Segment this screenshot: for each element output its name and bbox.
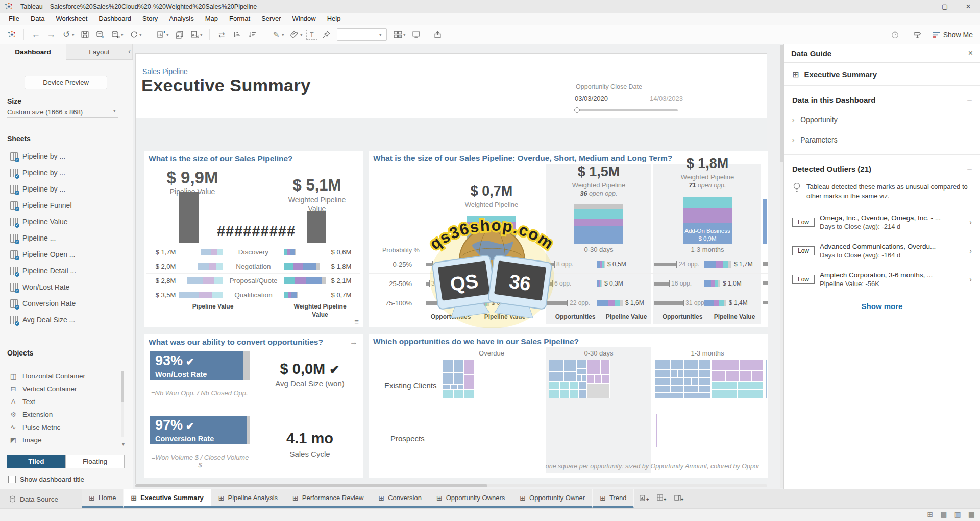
- pipeline-bar[interactable]: [198, 263, 223, 270]
- funnel-row[interactable]: $ 2,0M Negotiation $ 1,8M: [146, 259, 360, 274]
- clear-sheet-icon[interactable]: [188, 29, 201, 41]
- opportunities-bar[interactable]: [547, 301, 568, 305]
- tab-executive-summary[interactable]: ⊞Executive Summary: [124, 489, 211, 509]
- treemap-existing-overdue[interactable]: [443, 360, 474, 398]
- new-worksheet-caret-icon[interactable]: ▾: [166, 32, 172, 37]
- sort-ascending-icon[interactable]: [230, 29, 243, 41]
- data-item-opportunity[interactable]: › Opportunity: [784, 109, 980, 130]
- show-more-link[interactable]: Show more: [784, 302, 980, 311]
- duplicate-sheet-icon[interactable]: [173, 29, 186, 41]
- close-panel-icon[interactable]: ×: [968, 49, 973, 58]
- sheet-item[interactable]: Avg Deal Size ...: [0, 312, 133, 328]
- menu-analysis[interactable]: Analysis: [163, 13, 199, 25]
- opportunities-bar[interactable]: [654, 263, 677, 266]
- swap-rows-columns-icon[interactable]: ⇄: [215, 29, 228, 41]
- object-vertical-container[interactable]: ⊟Vertical Container: [0, 383, 133, 395]
- presentation-mode-icon[interactable]: [409, 29, 423, 41]
- redo-icon[interactable]: →: [44, 29, 58, 41]
- probability-row[interactable]: 75-100% 13 opp. $ 0,8M 22 opp. $ 1,6M 31…: [369, 293, 768, 313]
- object-horizontal-container[interactable]: ◫Horizontal Container: [0, 370, 133, 383]
- opportunities-bar[interactable]: [426, 282, 429, 286]
- opportunities-bar[interactable]: [654, 282, 669, 286]
- minimize-button[interactable]: —: [910, 0, 933, 13]
- close-button[interactable]: ×: [957, 0, 980, 13]
- tab-conversion[interactable]: ⊞Conversion: [371, 489, 429, 509]
- tiled-button[interactable]: Tiled: [7, 455, 65, 468]
- slider-handle[interactable]: [574, 107, 580, 113]
- chart-pipeline-term[interactable]: What is the size of our Sales Pipeline: …: [369, 151, 768, 327]
- object-pulse-metric[interactable]: ∿Pulse Metric: [0, 421, 133, 434]
- new-story-button[interactable]: +: [669, 489, 686, 509]
- sheet-item[interactable]: Pipeline ...: [0, 230, 133, 246]
- share-icon[interactable]: [431, 29, 444, 41]
- chevron-right-icon[interactable]: ›: [969, 275, 975, 283]
- data-guide-dashboard-row[interactable]: ⊞ Executive Summary: [784, 63, 980, 86]
- pause-data-source-icon[interactable]: [109, 29, 122, 41]
- paperclip-icon[interactable]: [288, 29, 301, 41]
- clear-sheet-caret-icon[interactable]: ▾: [200, 32, 205, 37]
- menu-format[interactable]: Format: [224, 13, 256, 25]
- chart-opportunities-treemap[interactable]: Which opportunities do we have in our Sa…: [369, 334, 768, 478]
- funnel-row[interactable]: $ 1,7M Discovery $ 0,6M: [146, 245, 360, 259]
- outlier-card[interactable]: Low Advanced Communications, Overdu... D…: [784, 236, 980, 265]
- chart-pipeline-size[interactable]: What is the size of our Sales Pipeline? …: [144, 151, 363, 327]
- sheet-item[interactable]: Pipeline by ...: [0, 148, 133, 164]
- pipeline-value-bar[interactable]: [704, 280, 720, 287]
- opportunities-bar[interactable]: [654, 301, 683, 305]
- kpi-bar-0-30[interactable]: [574, 204, 623, 244]
- date-filter-slider[interactable]: [576, 108, 678, 113]
- status-view-2-icon[interactable]: ▥: [954, 510, 961, 518]
- tab-dashboard[interactable]: Dashboard: [0, 44, 66, 60]
- show-me-button[interactable]: Show Me: [933, 31, 973, 39]
- pipeline-bar[interactable]: [201, 249, 223, 255]
- opportunities-bar[interactable]: [547, 263, 554, 266]
- expand-chevron-icon[interactable]: ›: [792, 136, 794, 144]
- menu-map[interactable]: Map: [200, 13, 224, 25]
- slider-track[interactable]: [576, 109, 678, 111]
- save-icon[interactable]: [78, 29, 91, 41]
- sheet-item[interactable]: Pipeline Funnel: [0, 197, 133, 214]
- pipeline-bar[interactable]: [187, 277, 223, 284]
- pipeline-value-bar[interactable]: [476, 280, 478, 287]
- date-filter-end[interactable]: 14/03/2023: [650, 94, 683, 102]
- pipeline-value-bar[interactable]: [704, 261, 731, 268]
- collapse-section-icon[interactable]: –: [967, 95, 972, 104]
- tab-layout[interactable]: Layout: [66, 44, 133, 59]
- replay-icon[interactable]: ↺: [60, 29, 73, 41]
- history-clock-icon[interactable]: [889, 29, 902, 41]
- tab-trend[interactable]: ⊞Trend: [593, 489, 634, 509]
- paperclip-caret-icon[interactable]: ▾: [300, 32, 305, 37]
- highlight-caret-icon[interactable]: ▾: [282, 32, 287, 37]
- tab-performance-review[interactable]: ⊞Performance Review: [285, 489, 371, 509]
- text-label-icon[interactable]: T: [306, 30, 317, 40]
- chevron-right-icon[interactable]: ›: [969, 218, 975, 226]
- menu-help[interactable]: Help: [322, 13, 347, 25]
- section-data-in-dashboard[interactable]: Data in this Dashboard –: [784, 86, 980, 109]
- menu-server[interactable]: Server: [256, 13, 286, 25]
- sheet-item[interactable]: Pipeline by ...: [0, 181, 133, 197]
- fit-dropdown[interactable]: ▾: [337, 28, 387, 41]
- expand-chevron-icon[interactable]: ›: [792, 116, 794, 124]
- menu-file[interactable]: File: [3, 13, 25, 25]
- pause-caret-icon[interactable]: ▾: [121, 32, 126, 37]
- chart-conversion[interactable]: What was our ability to convert opportun…: [144, 334, 363, 478]
- menu-story[interactable]: Story: [137, 13, 163, 25]
- opportunities-bar[interactable]: [426, 263, 433, 266]
- probability-row[interactable]: 25-50% 3 opp. $ 0,1M 6 opp. $ 0,3M 16 op…: [369, 273, 768, 293]
- opportunities-bar[interactable]: [426, 301, 438, 305]
- opportunities-bar[interactable]: [547, 282, 552, 286]
- tab-data-source[interactable]: Data Source: [0, 489, 67, 509]
- canvas-horizontal-scrollbar[interactable]: [135, 484, 767, 487]
- menu-window[interactable]: Window: [286, 13, 321, 25]
- sheet-item[interactable]: Pipeline by ...: [0, 164, 133, 181]
- pin-icon[interactable]: [320, 29, 333, 41]
- section-detected-outliers[interactable]: Detected Outliers (21) –: [784, 155, 980, 178]
- kpi-bar-1-3[interactable]: Add-On Business $ 0,9M: [683, 197, 732, 244]
- undo-icon[interactable]: ←: [29, 29, 42, 41]
- pipeline-bar[interactable]: [179, 292, 223, 298]
- data-guide-signpost-icon[interactable]: [911, 29, 924, 41]
- outlier-card[interactable]: Low Amptech Corporation, 3-6 months, ...…: [784, 265, 980, 294]
- pipeline-value-bar[interactable]: [597, 300, 623, 306]
- won-lost-rate-bar[interactable]: 93%✔ Won/Lost Rate: [150, 351, 250, 380]
- tab-pipeline-analysis[interactable]: ⊞Pipeline Analysis: [211, 489, 285, 509]
